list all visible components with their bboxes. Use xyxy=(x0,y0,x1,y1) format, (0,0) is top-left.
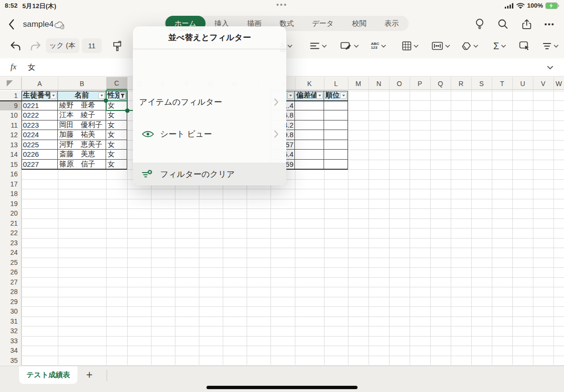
filter-dropdown-L[interactable] xyxy=(340,92,347,99)
row-header-1[interactable]: 1 xyxy=(0,91,22,101)
cell-L9[interactable] xyxy=(324,101,348,111)
alignment-button[interactable] xyxy=(310,38,327,54)
row-header-24[interactable]: 24 xyxy=(0,248,22,258)
cell-K9[interactable] xyxy=(295,101,324,111)
cell-B14[interactable]: 斎藤 美恵 xyxy=(58,150,106,160)
filter-active-icon[interactable] xyxy=(119,92,126,99)
row-header-15[interactable]: 15 xyxy=(0,160,22,170)
home-indicator[interactable] xyxy=(206,386,358,389)
cell-A15[interactable]: 0227 xyxy=(22,160,58,170)
row-header-9[interactable]: 9 xyxy=(0,101,22,111)
cell-K14[interactable] xyxy=(295,150,324,160)
row-header-27[interactable]: 27 xyxy=(0,277,22,287)
row-header-16[interactable]: 16 xyxy=(0,169,22,179)
cell-C12[interactable]: 女 xyxy=(106,130,127,140)
ribbon-tab-6[interactable]: 表示 xyxy=(375,16,408,31)
row-header-26[interactable]: 26 xyxy=(0,267,22,277)
column-header-M[interactable]: M xyxy=(348,77,369,90)
row-header-20[interactable]: 20 xyxy=(0,208,22,218)
row-header-17[interactable]: 17 xyxy=(0,179,22,189)
row-header-18[interactable]: 18 xyxy=(0,189,22,199)
filter-dropdown-A[interactable] xyxy=(50,92,56,99)
clear-button[interactable] xyxy=(461,38,478,54)
cell-C10[interactable]: 女 xyxy=(106,110,127,120)
column-header-K[interactable]: K xyxy=(295,77,324,90)
column-header-S[interactable]: S xyxy=(471,77,492,90)
more-icon[interactable]: ••• xyxy=(544,18,555,30)
undo-icon[interactable] xyxy=(10,38,22,54)
column-header-V[interactable]: V xyxy=(533,77,553,90)
row-header-29[interactable]: 29 xyxy=(0,297,22,307)
cell-L13[interactable] xyxy=(324,140,348,150)
back-icon[interactable] xyxy=(8,18,18,31)
cell-A12[interactable]: 0224 xyxy=(22,130,58,140)
row-header-31[interactable]: 31 xyxy=(0,316,22,327)
cell-K13[interactable] xyxy=(295,140,324,150)
row-header-25[interactable]: 25 xyxy=(0,258,22,268)
redo-icon[interactable] xyxy=(30,38,42,54)
column-header-N[interactable]: N xyxy=(369,77,389,90)
row-header-28[interactable]: 28 xyxy=(0,287,22,297)
cell-L14[interactable] xyxy=(324,150,348,160)
cell-B9[interactable]: 綾野 亜希 xyxy=(58,101,106,111)
autosum-button[interactable]: Σ xyxy=(493,38,506,54)
row-header-11[interactable]: 11 xyxy=(0,120,22,131)
cell-A14[interactable]: 0226 xyxy=(22,150,58,160)
row-header-19[interactable]: 19 xyxy=(0,199,22,209)
row-header-13[interactable]: 13 xyxy=(0,140,22,150)
cell-K15[interactable] xyxy=(295,160,324,170)
cell-L12[interactable] xyxy=(324,130,348,140)
cell-B15[interactable]: 篠原 信子 xyxy=(58,160,106,170)
add-sheet-button[interactable]: + xyxy=(80,366,98,384)
cell-B13[interactable]: 河野 恵美子 xyxy=(58,140,106,150)
expand-formula-bar-icon[interactable] xyxy=(547,65,553,70)
cell-A13[interactable]: 0225 xyxy=(22,140,58,150)
filter-dropdown-J[interactable] xyxy=(287,92,293,99)
borders-button[interactable] xyxy=(402,38,419,54)
font-name-box[interactable]: ック (本 xyxy=(46,38,79,53)
column-header-R[interactable]: R xyxy=(451,77,471,90)
format-painter-icon[interactable] xyxy=(112,38,123,54)
column-header-C[interactable]: C xyxy=(106,77,127,90)
row-header-21[interactable]: 21 xyxy=(0,218,22,229)
column-header-P[interactable]: P xyxy=(410,77,430,90)
cell-format-button[interactable] xyxy=(340,38,359,54)
cell-K11[interactable] xyxy=(295,120,324,131)
cell-A11[interactable]: 0223 xyxy=(22,120,58,131)
cell-C11[interactable]: 女 xyxy=(106,120,127,131)
column-header-A[interactable]: A xyxy=(22,77,58,90)
row-header-33[interactable]: 33 xyxy=(0,336,22,346)
selection-handle-top-left[interactable] xyxy=(104,98,108,103)
menu-item-filter-items[interactable]: アイテムのフィルター xyxy=(133,91,286,112)
cell-B11[interactable]: 岡田 優利子 xyxy=(58,120,106,131)
filter-dropdown-B[interactable] xyxy=(98,92,105,99)
sheet-tab-active[interactable]: テスト成績表 xyxy=(19,366,77,384)
column-header-L[interactable]: L xyxy=(324,77,348,90)
select-range-button[interactable] xyxy=(519,38,530,54)
column-header-B[interactable]: B xyxy=(58,77,106,90)
formula-value[interactable]: 女 xyxy=(28,63,35,73)
column-header-Q[interactable]: Q xyxy=(430,77,451,90)
row-header-30[interactable]: 30 xyxy=(0,306,22,316)
font-size-box[interactable]: 11 xyxy=(82,38,102,53)
filter-dropdown-K[interactable] xyxy=(316,92,323,99)
cell-A9[interactable]: 0221 xyxy=(22,101,58,111)
row-header-35[interactable]: 35 xyxy=(0,356,22,366)
cell-L11[interactable] xyxy=(324,120,348,131)
cell-L10[interactable] xyxy=(324,110,348,120)
cell-C9[interactable]: 女 xyxy=(106,101,127,111)
ideas-icon[interactable] xyxy=(474,18,485,30)
menu-item-clear-filter[interactable]: フィルターのクリア xyxy=(133,163,286,185)
search-icon[interactable] xyxy=(497,18,509,30)
cell-C14[interactable]: 女 xyxy=(106,150,127,160)
row-header-23[interactable]: 23 xyxy=(0,238,22,248)
cell-L15[interactable] xyxy=(324,160,348,170)
cell-A10[interactable]: 0222 xyxy=(22,110,58,120)
ribbon-tab-4[interactable]: データ xyxy=(303,16,343,31)
row-header-14[interactable]: 14 xyxy=(0,150,22,160)
sort-filter-button[interactable] xyxy=(542,38,559,54)
row-header-32[interactable]: 32 xyxy=(0,326,22,336)
ribbon-tab-5[interactable]: 校閲 xyxy=(343,16,375,31)
cell-K12[interactable] xyxy=(295,130,324,140)
select-all-corner[interactable] xyxy=(0,77,22,90)
